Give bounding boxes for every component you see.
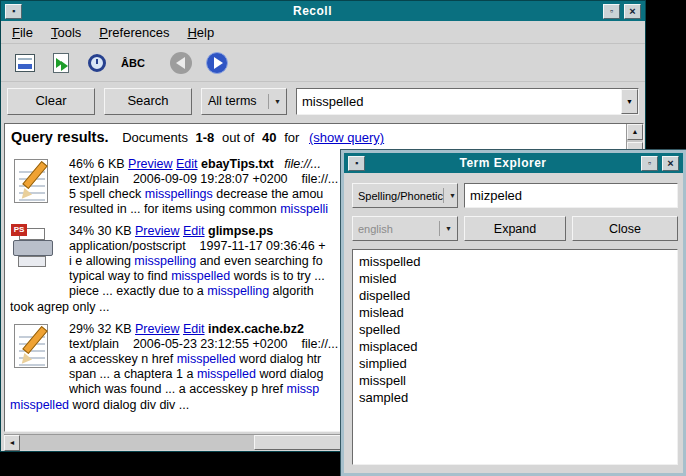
result-size: 30 KB [94, 224, 135, 238]
horizontal-scroll-thumb[interactable] [254, 435, 349, 450]
term-explorer-window: ▪ Term Explorer ▫ × Spelling/Phonetic ▼ … [341, 150, 686, 476]
term-list-item[interactable]: misled [353, 270, 677, 287]
menubar: File Tools Preferences Help [1, 21, 645, 44]
result-score: 34% [69, 224, 94, 238]
menu-tools[interactable]: Tools [42, 22, 90, 43]
query-chevron-down-icon[interactable]: ▼ [621, 89, 638, 114]
results-doc-word: Documents [122, 130, 188, 145]
text-file-icon [11, 322, 57, 372]
language-value: english [358, 223, 393, 235]
menu-file[interactable]: File [3, 22, 42, 43]
results-outof: out of [222, 130, 255, 145]
result-size: 32 KB [94, 322, 135, 336]
abstract-text: and even searching fo [196, 254, 322, 268]
te-close-icon[interactable]: × [662, 156, 679, 171]
edit-link[interactable]: Edit [183, 322, 205, 336]
mode-chevron-down-icon: ▼ [443, 188, 458, 203]
minimize-icon[interactable]: ▫ [603, 4, 620, 19]
preview-link[interactable]: Preview [135, 224, 179, 238]
abstract-text: word dialog div div ... [69, 398, 189, 412]
edit-link[interactable]: Edit [176, 157, 198, 171]
highlighted-term: misspellings [145, 187, 213, 201]
result-url: file://... [284, 157, 321, 171]
postscript-file-icon: PS [11, 224, 57, 274]
menu-help[interactable]: Help [178, 22, 223, 43]
abstract-text: word dialog htr [236, 352, 321, 366]
results-title: Query results. [11, 129, 109, 145]
highlighted-term: misspelled [197, 367, 256, 381]
highlighted-term: misspelled [171, 269, 230, 283]
scroll-left-icon[interactable]: ◄ [4, 435, 20, 451]
doc-history-button[interactable] [81, 48, 113, 78]
preview-link[interactable]: Preview [135, 322, 179, 336]
search-row: Clear Search All terms ▼ ▼ [1, 82, 645, 120]
search-type-combo[interactable]: All terms ▼ [201, 88, 287, 115]
result-score: 46% [69, 157, 94, 171]
clock-icon [88, 54, 106, 72]
show-query-link[interactable]: (show query) [309, 130, 384, 145]
abstract-text: a accesskey n href [69, 352, 177, 366]
term-list-item[interactable]: simplied [353, 355, 677, 372]
result-size: 6 KB [94, 157, 128, 171]
term-input[interactable] [465, 184, 677, 207]
abstract-text: piece ... exactly due to a [69, 284, 207, 298]
next-page-button[interactable] [201, 48, 233, 78]
printer-part [13, 240, 53, 256]
result-score: 29% [69, 322, 94, 336]
abstract-text: decrease the amou [213, 187, 324, 201]
chevron-down-icon: ▼ [268, 94, 283, 109]
result-filename: ebayTips.txt [201, 157, 274, 171]
result-filename: index.cache.bz2 [208, 322, 304, 336]
te-minimize-icon[interactable]: ▫ [641, 156, 658, 171]
previous-page-button[interactable] [165, 48, 197, 78]
clear-search-button[interactable] [9, 48, 41, 78]
printer-part [18, 256, 46, 267]
ps-badge: PS [11, 224, 27, 236]
forward-arrow-icon [206, 52, 228, 74]
highlighted-term: misspelling [134, 254, 196, 268]
abstract-text: word dialog [256, 367, 323, 381]
results-range: 1-8 [196, 130, 215, 145]
term-list[interactable]: misspelledmisleddispelledmisleadspelledm… [352, 249, 678, 465]
term-input-wrap [464, 183, 678, 208]
term-list-item[interactable]: misplaced [353, 338, 677, 355]
query-combo: ▼ [296, 88, 639, 115]
start-search-button[interactable] [45, 48, 77, 78]
toolbar: ÂBC [1, 44, 645, 82]
expand-button[interactable]: Expand [464, 216, 566, 241]
menu-preferences[interactable]: Preferences [90, 22, 178, 43]
text-file-icon [11, 157, 57, 207]
scroll-up-icon[interactable]: ▲ [627, 124, 643, 140]
expansion-mode-combo[interactable]: Spelling/Phonetic ▼ [352, 183, 458, 208]
window-menu-icon[interactable]: ▪ [5, 4, 22, 19]
edit-link[interactable]: Edit [183, 224, 205, 238]
search-button[interactable]: Search [104, 88, 192, 115]
highlighted-term: missp [286, 382, 319, 396]
te-window-menu-icon[interactable]: ▪ [348, 156, 365, 171]
main-titlebar[interactable]: ▪ Recoll ▫ × [1, 1, 645, 21]
language-combo[interactable]: english ▼ [352, 216, 458, 241]
search-query-input[interactable] [297, 89, 621, 114]
term-list-item[interactable]: sampled [353, 389, 677, 406]
term-list-item[interactable]: dispelled [353, 287, 677, 304]
preview-link[interactable]: Preview [128, 157, 172, 171]
expansion-mode-value: Spelling/Phonetic [358, 190, 443, 202]
results-for: for [284, 130, 299, 145]
clear-button[interactable]: Clear [7, 88, 95, 115]
clear-search-icon [15, 54, 35, 72]
term-list-item[interactable]: misspell [353, 372, 677, 389]
spell-icon: ÂBC [121, 57, 145, 69]
term-explorer-button[interactable]: ÂBC [117, 48, 149, 78]
close-icon[interactable]: × [624, 4, 641, 19]
term-explorer-titlebar[interactable]: ▪ Term Explorer ▫ × [344, 153, 683, 173]
abstract-text: which was found ... a accesskey p href [69, 382, 286, 396]
abstract-text: resulted in ... for items using common [69, 202, 280, 216]
back-arrow-icon [170, 52, 192, 74]
term-list-item[interactable]: spelled [353, 321, 677, 338]
term-list-item[interactable]: misspelled [353, 253, 677, 270]
highlighted-term: misspelled [177, 352, 236, 366]
language-chevron-down-icon: ▼ [439, 221, 454, 236]
close-button[interactable]: Close [572, 216, 678, 241]
term-list-item[interactable]: mislead [353, 304, 677, 321]
abstract-text: typical way to find [69, 269, 171, 283]
